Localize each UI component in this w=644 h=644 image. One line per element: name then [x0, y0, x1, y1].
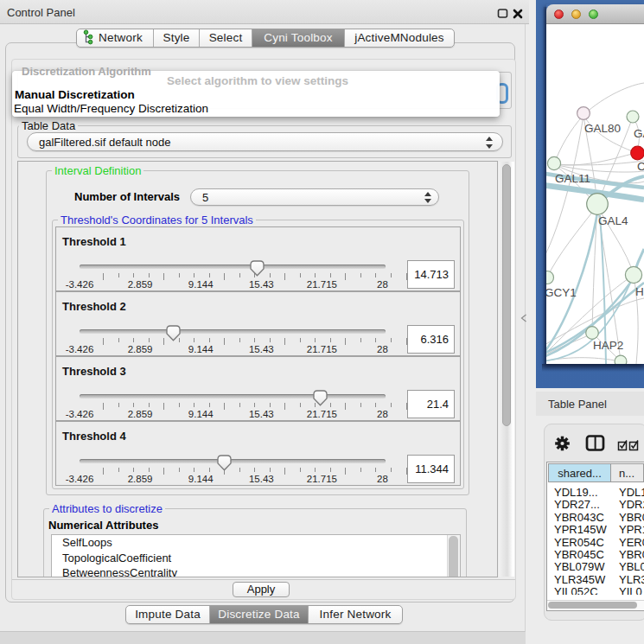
svg-text:GAL4: GAL4 — [598, 214, 628, 227]
svg-text:GA: GA — [634, 127, 644, 140]
svg-text:H: H — [635, 285, 644, 298]
svg-text:HAP2: HAP2 — [593, 339, 623, 352]
svg-text:GAL11: GAL11 — [555, 172, 590, 185]
svg-text:GCY1: GCY1 — [546, 286, 577, 299]
svg-text:GAL80: GAL80 — [584, 122, 621, 135]
svg-text:C: C — [637, 160, 644, 173]
